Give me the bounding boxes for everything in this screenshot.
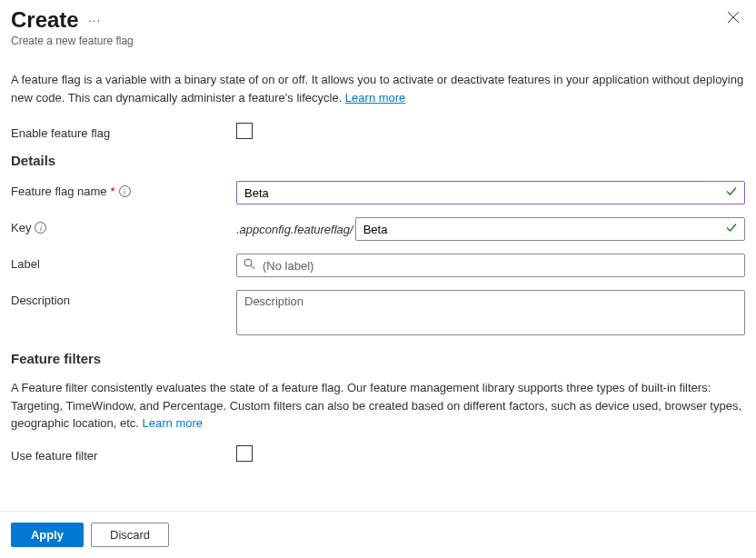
enable-flag-checkbox[interactable]	[236, 123, 253, 139]
label-field-label: Label	[11, 254, 236, 271]
discard-button[interactable]: Discard	[91, 523, 169, 547]
check-icon	[725, 185, 738, 201]
intro-learn-more-link[interactable]: Learn more	[345, 91, 405, 105]
filters-heading: Feature filters	[11, 351, 745, 366]
name-label: Feature flag name	[11, 184, 107, 198]
use-filter-label: Use feature filter	[11, 445, 236, 463]
close-icon	[727, 11, 740, 24]
apply-button[interactable]: Apply	[11, 523, 84, 547]
info-icon[interactable]: i	[35, 222, 46, 234]
description-label: Description	[11, 290, 236, 307]
label-input[interactable]	[236, 254, 745, 277]
check-icon	[725, 222, 738, 237]
intro-text: A feature flag is a variable with a bina…	[11, 62, 745, 106]
description-textarea[interactable]	[236, 290, 745, 335]
info-icon[interactable]: i	[119, 185, 131, 197]
panel-subtitle: Create a new feature flag	[11, 35, 134, 47]
key-label: Key	[11, 221, 31, 234]
panel-title: Create	[11, 7, 79, 33]
filters-learn-more-link[interactable]: Learn more	[143, 416, 203, 430]
svg-line-1	[251, 265, 254, 269]
name-input[interactable]	[236, 181, 745, 204]
more-icon[interactable]: ···	[88, 13, 102, 27]
close-button[interactable]	[721, 7, 745, 30]
use-filter-checkbox[interactable]	[236, 445, 253, 462]
key-input[interactable]	[355, 217, 745, 241]
required-indicator: *	[111, 184, 115, 198]
details-heading: Details	[11, 153, 745, 168]
search-icon	[244, 258, 255, 273]
key-prefix: .appconfig.featureflag/	[236, 223, 353, 236]
filters-intro-text: A Feature filter consistently evaluates …	[11, 379, 745, 433]
enable-flag-label: Enable feature flag	[11, 123, 236, 140]
svg-point-0	[244, 259, 252, 266]
